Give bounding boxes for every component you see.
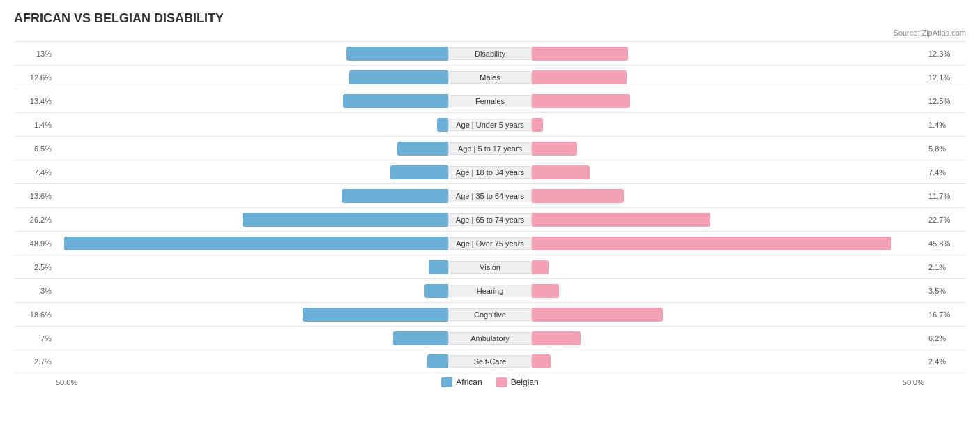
bar-container: 18.6% Cognitive 16.7% (14, 303, 966, 326)
left-bar-wrap (56, 141, 448, 156)
bar-row: 7.4% Age | 18 to 34 years 7.4% (14, 160, 966, 183)
row-label: Disability (448, 47, 532, 60)
bar-row: 13% Disability 12.3% (14, 41, 966, 65)
right-value: 2.4% (924, 357, 966, 366)
belgian-color-box (496, 377, 507, 387)
left-value: 48.9% (14, 239, 56, 248)
right-value: 16.7% (924, 310, 966, 319)
right-bar-wrap (532, 307, 924, 322)
bars-area: Age | Over 75 years (56, 232, 924, 255)
bars-area: Ambulatory (56, 327, 924, 350)
right-value: 7.4% (924, 168, 966, 177)
right-bar-wrap (532, 331, 924, 346)
african-color-box (441, 377, 452, 387)
left-value: 3% (14, 287, 56, 295)
left-value: 13.6% (14, 192, 56, 200)
bar-row: 2.5% Vision 2.1% (14, 255, 966, 278)
row-label: Age | 18 to 34 years (448, 166, 532, 179)
bar-container: 2.7% Self-Care 2.4% (14, 350, 966, 373)
belgian-bar (532, 165, 590, 179)
row-label: Cognitive (448, 308, 532, 321)
bar-row: 7% Ambulatory 6.2% (14, 326, 966, 350)
right-value: 12.5% (924, 97, 966, 105)
left-value: 26.2% (14, 216, 56, 224)
african-bar (397, 142, 448, 156)
right-value: 6.2% (924, 334, 966, 343)
bar-row: 18.6% Cognitive 16.7% (14, 302, 966, 326)
row-label: Age | Under 5 years (448, 119, 532, 131)
bar-container: 13% Disability 12.3% (14, 42, 966, 65)
african-bar (243, 213, 448, 227)
belgian-bar (532, 284, 559, 298)
row-label: Age | 35 to 64 years (448, 190, 532, 202)
left-bar-wrap (56, 70, 448, 85)
right-bar-wrap (532, 354, 924, 369)
belgian-bar (532, 118, 543, 132)
bars-area: Age | 18 to 34 years (56, 160, 924, 183)
left-value: 12.6% (14, 73, 56, 82)
belgian-bar (532, 213, 710, 227)
african-bar (346, 47, 448, 61)
right-value: 12.3% (924, 50, 966, 58)
bars-area: Females (56, 89, 924, 112)
bar-container: 48.9% Age | Over 75 years 45.8% (14, 232, 966, 255)
row-label: Age | Over 75 years (448, 237, 532, 250)
bars-area: Males (56, 66, 924, 89)
right-bar-wrap (532, 93, 924, 109)
bars-area: Age | Under 5 years (56, 113, 924, 136)
belgian-bar (532, 354, 551, 368)
right-value: 3.5% (924, 287, 966, 295)
chart-title: AFRICAN VS BELGIAN DISABILITY (14, 11, 966, 26)
right-value: 45.8% (924, 239, 966, 248)
left-value: 7% (14, 334, 56, 343)
african-bar (437, 118, 448, 132)
right-bar-wrap (532, 165, 924, 180)
right-bar-wrap (532, 236, 924, 251)
right-bar-wrap (532, 141, 924, 156)
bar-container: 1.4% Age | Under 5 years 1.4% (14, 113, 966, 136)
bar-row: 26.2% Age | 65 to 74 years 22.7% (14, 207, 966, 231)
left-value: 13% (14, 50, 56, 58)
bars-area: Disability (56, 42, 924, 65)
bars-area: Hearing (56, 279, 924, 302)
right-value: 5.8% (924, 144, 966, 153)
belgian-label: Belgian (511, 377, 539, 387)
belgian-bar (532, 94, 630, 108)
belgian-bar (532, 70, 627, 84)
belgian-bar (532, 308, 663, 322)
bar-row: 1.4% Age | Under 5 years 1.4% (14, 112, 966, 136)
belgian-bar (532, 260, 549, 274)
row-label: Hearing (448, 285, 532, 297)
african-bar (342, 189, 448, 203)
right-value: 11.7% (924, 192, 966, 200)
left-bar-wrap (56, 307, 448, 322)
bar-container: 3% Hearing 3.5% (14, 279, 966, 302)
african-bar (429, 260, 448, 274)
left-bar-wrap (56, 260, 448, 275)
right-bar-wrap (532, 212, 924, 227)
row-label: Age | 5 to 17 years (448, 142, 532, 155)
legend-belgian: Belgian (496, 377, 539, 387)
bar-row: 13.4% Females 12.5% (14, 89, 966, 112)
belgian-bar (532, 237, 891, 250)
row-label: Females (448, 95, 532, 107)
belgian-bar (532, 47, 628, 61)
bar-row: 12.6% Males 12.1% (14, 65, 966, 89)
belgian-bar (532, 142, 577, 156)
source-label: Source: ZipAtlas.com (14, 29, 966, 37)
legend-african: African (441, 377, 482, 387)
left-bar-wrap (56, 354, 448, 369)
left-bar-wrap (56, 46, 448, 61)
bars-area: Age | 5 to 17 years (56, 137, 924, 160)
bar-row: 3% Hearing 3.5% (14, 278, 966, 302)
african-bar (424, 284, 448, 298)
right-bar-wrap (532, 283, 924, 299)
african-bar (343, 94, 448, 108)
legend: African Belgian (441, 377, 538, 387)
right-value: 22.7% (924, 216, 966, 224)
bar-container: 13.4% Females 12.5% (14, 89, 966, 112)
african-label: African (456, 377, 482, 387)
left-value: 18.6% (14, 310, 56, 319)
right-bar-wrap (532, 188, 924, 204)
bar-container: 13.6% Age | 35 to 64 years 11.7% (14, 184, 966, 207)
